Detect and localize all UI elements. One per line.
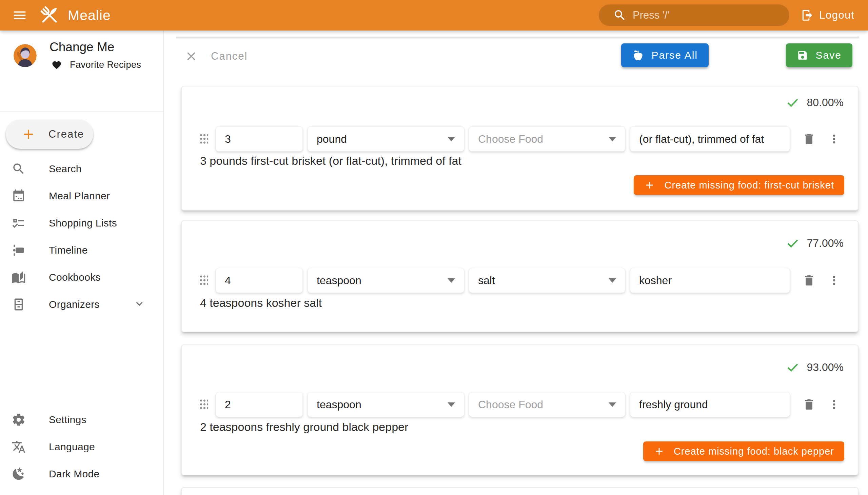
- plus-icon: [644, 180, 656, 191]
- delete-ingredient-button[interactable]: [800, 130, 818, 149]
- timeline-icon: [11, 242, 27, 258]
- search-icon: [11, 161, 27, 177]
- trash-icon: [802, 398, 816, 411]
- note-input[interactable]: [639, 133, 781, 146]
- sidebar-menu: Search Meal Planner Shopping Lists: [0, 155, 164, 318]
- unit-select[interactable]: pound: [308, 126, 464, 152]
- plus-icon: [21, 126, 36, 142]
- quantity-input[interactable]: [225, 398, 294, 411]
- dropdown-caret-icon: [447, 403, 455, 407]
- note-input[interactable]: [639, 398, 781, 411]
- sidebar-bottom-menu: Settings Language Dark Mode: [0, 406, 164, 488]
- drag-handle-icon[interactable]: [199, 399, 208, 410]
- dropdown-caret-icon: [609, 278, 616, 283]
- app-header: Mealie Logout: [0, 0, 868, 31]
- calendar-icon: [11, 188, 27, 204]
- sidebar-item-organizers[interactable]: Organizers: [0, 291, 164, 318]
- book-open-icon: [11, 270, 27, 285]
- quantity-field: [216, 392, 303, 417]
- sidebar-item-dark-mode[interactable]: Dark Mode: [0, 460, 164, 488]
- kebab-icon: [827, 274, 841, 287]
- parse-all-button[interactable]: Parse All: [621, 44, 709, 67]
- mealie-logo-icon: [38, 4, 61, 27]
- quantity-input[interactable]: [225, 274, 294, 287]
- sidebar-item-cookbooks[interactable]: Cookbooks: [0, 264, 164, 291]
- menu-icon[interactable]: [10, 6, 29, 25]
- food-select[interactable]: Choose Food: [469, 392, 625, 417]
- apple-icon: [632, 49, 644, 62]
- quantity-field: [216, 268, 303, 293]
- search-icon: [613, 8, 627, 22]
- original-ingredient-text: 2 teaspoons freshly ground black pepper: [200, 421, 408, 433]
- note-field: [630, 392, 790, 417]
- ingredient-card: 80.00% pound Choose Food: [181, 86, 858, 210]
- original-ingredient-text: 4 teaspoons kosher salt: [200, 296, 322, 309]
- dropdown-caret-icon: [609, 137, 616, 141]
- search-input[interactable]: [633, 9, 779, 21]
- file-cabinet-icon: [11, 297, 27, 312]
- check-icon: [786, 360, 800, 374]
- ingredient-menu-button[interactable]: [824, 395, 844, 414]
- unit-select[interactable]: teaspoon: [308, 392, 464, 417]
- check-icon: [786, 236, 800, 250]
- unit-select[interactable]: teaspoon: [308, 268, 464, 293]
- app-title: Mealie: [68, 7, 111, 23]
- trash-icon: [802, 274, 816, 287]
- note-field: [630, 268, 790, 293]
- ingredient-fields-row: pound Choose Food: [199, 126, 844, 152]
- ingredient-menu-button[interactable]: [824, 130, 844, 149]
- kebab-icon: [827, 132, 841, 146]
- drag-handle-icon[interactable]: [199, 133, 208, 145]
- drag-handle-icon[interactable]: [199, 275, 208, 286]
- ingredient-fields-row: teaspoon salt: [199, 268, 844, 293]
- dropdown-caret-icon: [447, 137, 455, 141]
- original-ingredient-text: 3 pounds first-cut brisket (or flat-cut)…: [200, 154, 461, 168]
- heart-icon: [52, 60, 62, 70]
- sidebar: Change Me Favorite Recipes Create Search: [0, 31, 164, 495]
- food-select[interactable]: Choose Food: [469, 126, 625, 152]
- global-search: [599, 4, 789, 26]
- save-icon: [797, 50, 808, 61]
- note-input[interactable]: [639, 274, 781, 287]
- create-missing-food-button[interactable]: Create missing food: first-cut brisket: [634, 175, 844, 195]
- note-field: [630, 126, 790, 152]
- section-divider: [176, 37, 859, 38]
- confidence-indicator: 80.00%: [786, 95, 844, 109]
- create-button[interactable]: Create: [6, 120, 93, 149]
- user-profile[interactable]: Change Me Favorite Recipes: [0, 31, 164, 81]
- food-select[interactable]: salt: [469, 268, 625, 293]
- check-icon: [786, 95, 800, 109]
- sidebar-item-language[interactable]: Language: [0, 433, 164, 460]
- logout-button[interactable]: Logout: [796, 0, 859, 31]
- sidebar-item-meal-planner[interactable]: Meal Planner: [0, 183, 164, 209]
- create-missing-food-button[interactable]: Create missing food: black pepper: [643, 441, 844, 461]
- sidebar-item-timeline[interactable]: Timeline: [0, 237, 164, 264]
- ingredient-card-partial: [181, 487, 858, 495]
- sidebar-divider: [0, 112, 164, 112]
- cancel-button[interactable]: Cancel: [185, 46, 248, 67]
- sidebar-item-search[interactable]: Search: [0, 155, 164, 183]
- ingredient-card: 77.00% teaspoon salt: [181, 220, 858, 332]
- ingredient-card: 93.00% teaspoon Choose Food: [181, 344, 858, 475]
- quantity-input[interactable]: [225, 133, 294, 146]
- sidebar-item-shopping-lists[interactable]: Shopping Lists: [0, 209, 164, 237]
- translate-icon: [11, 439, 27, 455]
- logout-icon: [801, 9, 814, 22]
- confidence-indicator: 93.00%: [786, 360, 844, 374]
- ingredient-parser-main: Cancel Parse All Save 80.00% pound: [164, 31, 868, 495]
- save-button[interactable]: Save: [786, 44, 852, 67]
- quantity-field: [216, 126, 303, 152]
- dropdown-caret-icon: [609, 403, 616, 407]
- favorite-recipes-link[interactable]: Favorite Recipes: [52, 60, 141, 70]
- sidebar-item-settings[interactable]: Settings: [0, 406, 164, 433]
- delete-ingredient-button[interactable]: [800, 395, 818, 414]
- plus-icon: [653, 445, 665, 457]
- user-name: Change Me: [50, 40, 114, 54]
- mealie-app: Mealie Logout Change Me: [0, 0, 868, 495]
- dropdown-caret-icon: [447, 278, 455, 283]
- moon-stars-icon: [11, 466, 27, 482]
- delete-ingredient-button[interactable]: [800, 271, 818, 290]
- checklist-icon: [11, 215, 27, 231]
- kebab-icon: [827, 398, 841, 411]
- ingredient-menu-button[interactable]: [824, 271, 844, 290]
